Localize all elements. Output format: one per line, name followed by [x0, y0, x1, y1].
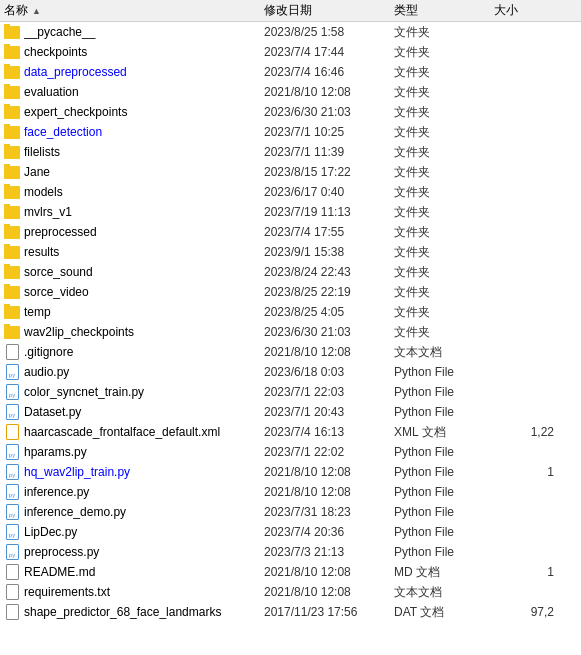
file-name: preprocessed — [24, 225, 264, 239]
file-name: mvlrs_v1 — [24, 205, 264, 219]
file-name: sorce_sound — [24, 265, 264, 279]
file-name: color_syncnet_train.py — [24, 385, 264, 399]
name-cell: .gitignore — [4, 344, 264, 360]
list-item[interactable]: color_syncnet_train.py2023/7/1 22:03Pyth… — [0, 382, 581, 402]
python-file-icon — [6, 404, 19, 420]
name-cell: mvlrs_v1 — [4, 204, 264, 220]
file-name: __pycache__ — [24, 25, 264, 39]
name-cell: wav2lip_checkpoints — [4, 324, 264, 340]
list-item[interactable]: expert_checkpoints2023/6/30 21:03文件夹 — [0, 102, 581, 122]
list-item[interactable]: Jane2023/8/15 17:22文件夹 — [0, 162, 581, 182]
file-name: expert_checkpoints — [24, 105, 264, 119]
file-date: 2023/7/4 17:55 — [264, 225, 394, 239]
file-type: Python File — [394, 485, 494, 499]
list-item[interactable]: wav2lip_checkpoints2023/6/30 21:03文件夹 — [0, 322, 581, 342]
list-item[interactable]: temp2023/8/25 4:05文件夹 — [0, 302, 581, 322]
name-cell: checkpoints — [4, 44, 264, 60]
file-type: 文本文档 — [394, 344, 494, 361]
type-column-header[interactable]: 类型 — [394, 2, 494, 19]
file-size: 1,22 — [494, 425, 554, 439]
file-type: 文件夹 — [394, 324, 494, 341]
file-type: Python File — [394, 465, 494, 479]
list-item[interactable]: hparams.py2023/7/1 22:02Python File — [0, 442, 581, 462]
name-cell: evaluation — [4, 84, 264, 100]
file-name: results — [24, 245, 264, 259]
file-date: 2023/7/4 16:46 — [264, 65, 394, 79]
list-item[interactable]: README.md2021/8/10 12:08MD 文档1 — [0, 562, 581, 582]
file-name: checkpoints — [24, 45, 264, 59]
list-item[interactable]: shape_predictor_68_face_landmarks2017/11… — [0, 602, 581, 622]
file-type: Python File — [394, 545, 494, 559]
name-column-header[interactable]: 名称 ▲ — [4, 2, 264, 19]
file-type: Python File — [394, 525, 494, 539]
file-type: 文件夹 — [394, 284, 494, 301]
size-header-label: 大小 — [494, 3, 518, 17]
file-type: 文件夹 — [394, 244, 494, 261]
folder-icon — [4, 326, 20, 339]
column-headers: 名称 ▲ 修改日期 类型 大小 — [0, 0, 581, 22]
size-column-header[interactable]: 大小 — [494, 2, 554, 19]
file-date: 2023/7/1 10:25 — [264, 125, 394, 139]
list-item[interactable]: face_detection2023/7/1 10:25文件夹 — [0, 122, 581, 142]
file-type: 文件夹 — [394, 304, 494, 321]
folder-icon — [4, 106, 20, 119]
list-item[interactable]: evaluation2021/8/10 12:08文件夹 — [0, 82, 581, 102]
file-name: face_detection — [24, 125, 264, 139]
list-item[interactable]: Dataset.py2023/7/1 20:43Python File — [0, 402, 581, 422]
list-item[interactable]: haarcascade_frontalface_default.xml2023/… — [0, 422, 581, 442]
name-cell: inference.py — [4, 484, 264, 500]
list-item[interactable]: sorce_sound2023/8/24 22:43文件夹 — [0, 262, 581, 282]
file-type: 文件夹 — [394, 44, 494, 61]
file-type: 文件夹 — [394, 184, 494, 201]
list-item[interactable]: requirements.txt2021/8/10 12:08文本文档 — [0, 582, 581, 602]
file-type: Python File — [394, 505, 494, 519]
file-type: 文件夹 — [394, 124, 494, 141]
file-type: Python File — [394, 385, 494, 399]
xml-file-icon — [6, 424, 19, 440]
python-file-icon — [6, 364, 19, 380]
file-date: 2023/6/18 0:03 — [264, 365, 394, 379]
file-name: LipDec.py — [24, 525, 264, 539]
folder-icon — [4, 166, 20, 179]
list-item[interactable]: preprocessed2023/7/4 17:55文件夹 — [0, 222, 581, 242]
file-explorer: 名称 ▲ 修改日期 类型 大小 __pycache__2023/8/25 1:5… — [0, 0, 581, 655]
file-date: 2021/8/10 12:08 — [264, 485, 394, 499]
list-item[interactable]: results2023/9/1 15:38文件夹 — [0, 242, 581, 262]
file-date: 2023/8/25 4:05 — [264, 305, 394, 319]
file-date: 2021/8/10 12:08 — [264, 585, 394, 599]
list-item[interactable]: audio.py2023/6/18 0:03Python File — [0, 362, 581, 382]
date-column-header[interactable]: 修改日期 — [264, 2, 394, 19]
file-date: 2023/8/15 17:22 — [264, 165, 394, 179]
folder-icon — [4, 226, 20, 239]
list-item[interactable]: hq_wav2lip_train.py2021/8/10 12:08Python… — [0, 462, 581, 482]
name-cell: temp — [4, 304, 264, 320]
file-date: 2021/8/10 12:08 — [264, 345, 394, 359]
file-date: 2023/6/30 21:03 — [264, 325, 394, 339]
list-item[interactable]: checkpoints2023/7/4 17:44文件夹 — [0, 42, 581, 62]
file-type: 文本文档 — [394, 584, 494, 601]
list-item[interactable]: models2023/6/17 0:40文件夹 — [0, 182, 581, 202]
file-date: 2023/7/1 22:02 — [264, 445, 394, 459]
list-item[interactable]: mvlrs_v12023/7/19 11:13文件夹 — [0, 202, 581, 222]
list-item[interactable]: inference.py2021/8/10 12:08Python File — [0, 482, 581, 502]
name-cell: Dataset.py — [4, 404, 264, 420]
folder-icon — [4, 286, 20, 299]
file-date: 2021/8/10 12:08 — [264, 565, 394, 579]
list-item[interactable]: data_preprocessed2023/7/4 16:46文件夹 — [0, 62, 581, 82]
list-item[interactable]: LipDec.py2023/7/4 20:36Python File — [0, 522, 581, 542]
name-cell: __pycache__ — [4, 24, 264, 40]
list-item[interactable]: filelists2023/7/1 11:39文件夹 — [0, 142, 581, 162]
file-name: Jane — [24, 165, 264, 179]
name-cell: shape_predictor_68_face_landmarks — [4, 604, 264, 620]
list-item[interactable]: __pycache__2023/8/25 1:58文件夹 — [0, 22, 581, 42]
file-type: 文件夹 — [394, 24, 494, 41]
list-item[interactable]: sorce_video2023/8/25 22:19文件夹 — [0, 282, 581, 302]
name-cell: models — [4, 184, 264, 200]
list-item[interactable]: .gitignore2021/8/10 12:08文本文档 — [0, 342, 581, 362]
file-name: Dataset.py — [24, 405, 264, 419]
list-item[interactable]: inference_demo.py2023/7/31 18:23Python F… — [0, 502, 581, 522]
list-item[interactable]: preprocess.py2023/7/3 21:13Python File — [0, 542, 581, 562]
file-type: 文件夹 — [394, 144, 494, 161]
file-date: 2023/6/30 21:03 — [264, 105, 394, 119]
file-name: filelists — [24, 145, 264, 159]
